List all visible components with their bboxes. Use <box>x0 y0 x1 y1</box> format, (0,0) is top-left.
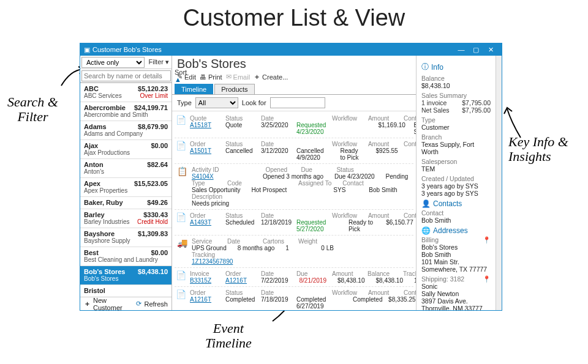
timeline-item[interactable]: 📋Activity IDOpenedDueStatusS4104XOpened … <box>175 164 413 210</box>
edit-button[interactable]: ✎Edit <box>177 73 196 81</box>
timeline-item[interactable]: 📄OrderStatusDateWorkflowAmountContactRep… <box>175 210 413 236</box>
type-value: Customer <box>421 124 491 131</box>
customer-list-item[interactable]: Best$0.00Best Cleaning and Laundry <box>80 247 172 266</box>
address-line: 101 Main Str. <box>421 258 491 266</box>
timeline-icon: 📄 <box>176 141 186 161</box>
person-icon: 👤 <box>421 199 431 208</box>
address-line: Sonic <box>421 283 491 290</box>
globe-icon: 🌐 <box>421 226 431 235</box>
balance-value: $8,438.10 <box>421 82 491 89</box>
customer-list-item[interactable]: Anton$82.64Anton's <box>80 159 172 178</box>
timeline-list[interactable]: 📄QuoteStatusDateWorkflowAmountContactRep… <box>172 111 416 310</box>
billing-label: Billing <box>421 236 439 243</box>
customer-list-panel: Active only Filter ▾ Sort ▲ ABC$5,120.23… <box>80 56 172 310</box>
customer-list-item[interactable]: Barley$330.43Barley IndustriesCredit Hol… <box>80 209 172 228</box>
address-line: Thornville, NM 33777 <box>421 305 491 310</box>
refresh-button[interactable]: ⟳Refresh <box>136 300 168 308</box>
map-pin-icon[interactable]: 📍 <box>483 236 491 244</box>
timeline-item[interactable]: 📄OrderStatusDateWorkflowAmountContactRep… <box>175 138 413 164</box>
address-line: Bob Smith <box>421 251 491 258</box>
window-title: Customer Bob's Stores <box>92 46 162 53</box>
timeline-item[interactable]: 🚚ServiceDateCartonsWeightUPS Ground8 mon… <box>175 236 413 268</box>
maximize-button[interactable]: ▢ <box>469 46 483 54</box>
address-line: Somewhere, TX 77777 <box>421 266 491 273</box>
annotation-event-timeline: Event Timeline <box>205 321 252 351</box>
app-icon: ▣ <box>84 46 90 54</box>
annotation-arrow <box>502 104 527 141</box>
branch-label: Branch <box>421 133 491 141</box>
customer-heading: Bob's Stores <box>172 56 416 71</box>
map-pin-icon[interactable]: 📍 <box>483 275 491 283</box>
detail-toolbar: ✎Edit 🖶Print ✉Email ＋Create... <box>172 71 416 84</box>
timeline-icon: 📋 <box>176 166 188 207</box>
lookfor-input[interactable] <box>270 97 325 108</box>
minimize-button[interactable]: — <box>454 46 469 53</box>
type-dropdown[interactable]: All <box>195 97 238 108</box>
branch-value: Texas Supply, Fort Worth <box>421 141 491 155</box>
updated-value: 3 years ago by SYS <box>421 190 491 197</box>
address-line: 3897 Davis Ave. <box>421 297 491 305</box>
customer-list-item[interactable]: Apex$15,523.05Apex Properties <box>80 178 172 197</box>
mail-icon: ✉ <box>226 73 232 81</box>
info-header: ⓘInfo <box>421 62 491 72</box>
timeline-item[interactable]: 📄InvoiceOrderDateDueAmountBalanceTrackin… <box>175 268 413 287</box>
addresses-header: 🌐Addresses <box>421 226 491 235</box>
plus-icon: ＋ <box>84 299 91 308</box>
create-button[interactable]: ＋Create... <box>254 72 288 81</box>
tab-timeline[interactable]: Timeline <box>175 84 213 94</box>
close-button[interactable]: ✕ <box>483 46 498 54</box>
filter-label[interactable]: Filter ▾ <box>146 58 172 66</box>
timeline-item[interactable]: 📄OrderStatusDateWorkflowAmountContactRep… <box>175 287 413 310</box>
salesperson-label: Salesperson <box>421 158 491 165</box>
address-line: Sally Newton <box>421 290 491 297</box>
customer-detail-panel: Bob's Stores ✎Edit 🖶Print ✉Email ＋Create… <box>172 56 416 310</box>
contacts-header: 👤Contacts <box>421 199 491 208</box>
printer-icon: 🖶 <box>200 73 206 81</box>
created-updated-label: Created / Updated <box>421 175 491 182</box>
customer-list[interactable]: ABC$5,120.23ABC ServicesOver LimitAbercr… <box>80 83 172 297</box>
email-button: ✉Email <box>226 73 251 81</box>
contact-value: Bob Smith <box>421 217 491 224</box>
customer-list-item[interactable]: Bob's Stores$8,438.10Bob's Stores <box>80 266 172 285</box>
tab-products[interactable]: Products <box>214 84 254 94</box>
customer-list-item[interactable]: ABC$5,120.23ABC ServicesOver Limit <box>80 83 172 102</box>
annotation-search-filter: Search & Filter <box>7 95 58 124</box>
info-panel: ⓘInfo Balance $8,438.10 Sales Summary 1 … <box>416 56 496 310</box>
print-button[interactable]: 🖶Print <box>200 73 222 81</box>
page-title: Customer List & View <box>0 5 588 31</box>
titlebar[interactable]: ▣ Customer Bob's Stores — ▢ ✕ <box>80 43 502 56</box>
customer-list-item[interactable]: Ajax$0.00Ajax Productions <box>80 140 172 159</box>
customer-list-item[interactable]: Baker, Ruby$49.26 <box>80 197 172 209</box>
type-label: Type <box>177 99 192 106</box>
refresh-icon: ⟳ <box>136 300 141 308</box>
customer-list-item[interactable]: Bristol <box>80 285 172 297</box>
detail-tabs: Timeline Products <box>172 84 416 95</box>
status-filter-dropdown[interactable]: Active only <box>81 57 145 68</box>
timeline-icon: 📄 <box>176 115 186 135</box>
timeline-icon: 📄 <box>176 289 186 310</box>
pencil-icon: ✎ <box>177 73 183 81</box>
type-label: Type <box>421 116 491 124</box>
shipping-label: Shipping: 3182 <box>421 275 464 283</box>
summary-row: Net Sales <box>421 106 450 114</box>
customer-list-item[interactable]: Adams$8,679.90Adams and Company <box>80 121 172 140</box>
customer-list-item[interactable]: Abercrombie$24,199.71Abercrombie and Smi… <box>80 102 172 121</box>
timeline-icon: 📄 <box>176 270 186 284</box>
app-window: ▣ Customer Bob's Stores — ▢ ✕ Active onl… <box>80 43 502 311</box>
plus-icon: ＋ <box>254 72 260 81</box>
timeline-icon: 🚚 <box>176 238 188 265</box>
summary-row: 1 invoice <box>421 99 447 106</box>
info-icon: ⓘ <box>421 62 429 72</box>
timeline-item[interactable]: 📄QuoteStatusDateWorkflowAmountContactRep… <box>175 113 413 138</box>
new-customer-button[interactable]: ＋New Customer <box>84 297 136 311</box>
search-input[interactable] <box>81 70 171 81</box>
scrollbar[interactable] <box>496 56 502 310</box>
salesperson-value: TEM <box>421 165 491 173</box>
address-line: Bob's Stores <box>421 243 491 251</box>
timeline-icon: 📄 <box>176 212 186 232</box>
customer-list-item[interactable]: Bayshore$1,309.83Bayshore Supply <box>80 228 172 247</box>
lookfor-label: Look for <box>242 99 266 106</box>
sales-summary-label: Sales Summary <box>421 92 491 99</box>
balance-label: Balance <box>421 75 491 82</box>
created-value: 3 years ago by SYS <box>421 182 491 190</box>
